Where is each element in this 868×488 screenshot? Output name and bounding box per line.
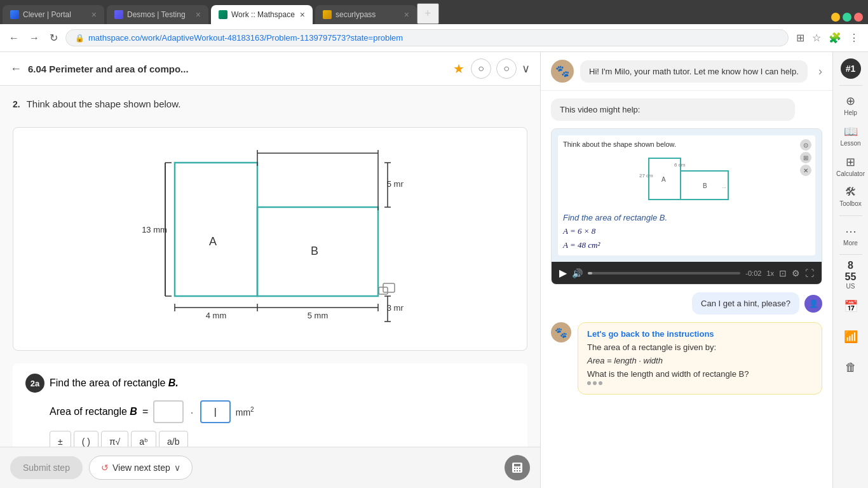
bookmark-icon[interactable]: ☆ bbox=[810, 29, 824, 46]
calendar-icon: 📅 bbox=[844, 299, 858, 313]
help-icon: ⊕ bbox=[846, 94, 855, 108]
translate-icon[interactable]: ⊞ bbox=[794, 29, 807, 46]
progress-bar[interactable] bbox=[588, 272, 740, 274]
content-back-button[interactable]: ← bbox=[10, 62, 22, 76]
answer-label: Area of rectangle B bbox=[50, 406, 137, 417]
svg-text:13 mm: 13 mm bbox=[142, 225, 167, 234]
svg-text:4 mm: 4 mm bbox=[206, 311, 227, 320]
bot-formula: Area = length · width bbox=[587, 356, 813, 365]
video-shape-mini: A B 27 cm 6 cm ... bbox=[563, 152, 810, 209]
volume-button[interactable]: 🔊 bbox=[572, 268, 583, 278]
settings-button[interactable]: ⚙ bbox=[792, 268, 800, 278]
unit-label: mm2 bbox=[236, 406, 254, 417]
svg-text:27 cm: 27 cm bbox=[639, 173, 653, 179]
calculator-label: Calculator bbox=[836, 170, 865, 177]
help-button[interactable]: ⊕ Help bbox=[837, 91, 865, 119]
tutor-chevron[interactable]: › bbox=[818, 65, 822, 78]
forward-button[interactable]: → bbox=[27, 30, 42, 46]
problem-number: 2. bbox=[13, 99, 20, 109]
video-title: Think about the shape shown below. bbox=[563, 140, 810, 148]
tab-desmos[interactable]: Desmos | Testing × bbox=[107, 5, 208, 24]
extension-icon[interactable]: 🧩 bbox=[826, 29, 844, 46]
submit-step-button[interactable]: Submit step bbox=[10, 456, 83, 479]
answer-box-1[interactable] bbox=[153, 400, 184, 423]
content-header: ← 6.04 Perimeter and area of compo... ★ … bbox=[0, 52, 540, 86]
more-button[interactable]: ⋯ More bbox=[837, 221, 865, 249]
video-overlay-icons: ⊙ ⊞ ✕ bbox=[800, 139, 811, 176]
toolbox-label: Toolbox bbox=[839, 200, 861, 207]
menu-icon[interactable]: ⋮ bbox=[846, 29, 862, 46]
dot-1 bbox=[587, 381, 591, 385]
bot-link[interactable]: Let's go back to the instructions bbox=[587, 329, 714, 339]
trash-icon: 🗑 bbox=[845, 361, 857, 374]
math-btn-plusminus[interactable]: ± bbox=[50, 431, 71, 447]
trash-button[interactable]: 🗑 bbox=[837, 353, 865, 381]
more-label: More bbox=[843, 240, 858, 247]
calculator-button[interactable]: ⊞ Calculator bbox=[837, 152, 865, 180]
video-icon-2[interactable]: ⊞ bbox=[800, 152, 811, 163]
back-button[interactable]: ← bbox=[6, 30, 22, 46]
tab-mathspace[interactable]: Work :: Mathspace × bbox=[211, 5, 313, 24]
tab-mathspace-close[interactable]: × bbox=[300, 10, 305, 20]
calculator-fab[interactable] bbox=[505, 455, 530, 480]
dot-2 bbox=[593, 381, 597, 385]
header-chevron[interactable]: ∨ bbox=[522, 62, 530, 76]
hash-label: #1 bbox=[846, 64, 856, 74]
tab-clever-close[interactable]: × bbox=[92, 10, 97, 20]
tab-desmos-title: Desmos | Testing bbox=[127, 10, 192, 19]
fullscreen-button[interactable]: ⛶ bbox=[805, 268, 814, 278]
answer-box-2[interactable]: | bbox=[200, 400, 231, 423]
math-btn-fraction[interactable]: a/b bbox=[159, 431, 187, 447]
dot-3 bbox=[599, 381, 602, 385]
header-circle-btn-2[interactable]: ○ bbox=[496, 58, 517, 79]
wifi-button[interactable]: 📶 bbox=[837, 323, 865, 351]
lesson-label: Lesson bbox=[840, 140, 860, 147]
header-circle-btn-1[interactable]: ○ bbox=[471, 58, 491, 79]
lesson-button[interactable]: 📖 Lesson bbox=[837, 121, 865, 149]
sidebar-divider-3 bbox=[839, 254, 862, 255]
tab-securly-close[interactable]: × bbox=[404, 10, 409, 20]
minimize-button[interactable] bbox=[831, 13, 840, 22]
star-icon[interactable]: ★ bbox=[453, 61, 465, 76]
mathspace-favicon bbox=[219, 10, 227, 19]
svg-text:B: B bbox=[703, 182, 707, 189]
video-icon-1[interactable]: ⊙ bbox=[800, 139, 811, 151]
new-tab-button[interactable]: + bbox=[417, 3, 439, 24]
maximize-button[interactable] bbox=[843, 13, 851, 22]
svg-rect-28 bbox=[383, 283, 395, 292]
right-sidebar: #1 ⊕ Help 📖 Lesson ⊞ Calculator 🛠 Toolbo… bbox=[832, 52, 868, 488]
question-text: Find the area of rectangle B. bbox=[50, 377, 179, 389]
lesson-title: 6.04 Perimeter and area of compo... bbox=[28, 64, 447, 74]
tab-mathspace-title: Work :: Mathspace bbox=[231, 10, 296, 19]
url-bar[interactable]: 🔒 mathspace.co/work/AdaptiveWorkout-4818… bbox=[65, 29, 789, 46]
sidebar-number-top: 8 55 US bbox=[845, 260, 857, 290]
math-btn-parens[interactable]: ( ) bbox=[74, 431, 98, 447]
calendar-button[interactable]: 📅 bbox=[837, 292, 865, 320]
tab-desmos-close[interactable]: × bbox=[196, 10, 201, 20]
subtitles-button[interactable]: ⊡ bbox=[779, 268, 787, 278]
svg-rect-0 bbox=[175, 163, 257, 296]
tab-clever[interactable]: Clever | Portal × bbox=[3, 5, 104, 24]
tab-securly-title: securlypass bbox=[336, 10, 400, 19]
video-icon-3[interactable]: ✕ bbox=[800, 165, 811, 176]
close-button[interactable] bbox=[854, 13, 863, 22]
view-next-step-button[interactable]: ↺ View next step ∨ bbox=[89, 456, 193, 480]
video-controls: ▶ 🔊 -0:02 1x ⊡ ⚙ ⛶ bbox=[552, 262, 822, 284]
sidebar-divider-1 bbox=[839, 85, 862, 86]
hash-badge[interactable]: #1 bbox=[841, 58, 861, 79]
speed-button[interactable]: 1x bbox=[766, 269, 774, 277]
tab-securly[interactable]: securlypass × bbox=[315, 5, 417, 24]
play-button[interactable]: ▶ bbox=[559, 267, 567, 279]
svg-text:A: A bbox=[209, 235, 217, 248]
user-message: Can I get a hint, please? 👤 bbox=[692, 292, 822, 315]
video-formula-area2: A = 48 cm² bbox=[563, 240, 810, 250]
toolbox-button[interactable]: 🛠 Toolbox bbox=[837, 182, 865, 210]
view-next-label: View next step bbox=[112, 463, 170, 473]
refresh-button[interactable]: ↻ bbox=[47, 29, 60, 46]
math-btn-pi-sqrt[interactable]: π√ bbox=[101, 431, 128, 447]
svg-text:3 mm: 3 mm bbox=[387, 303, 403, 313]
view-next-icon: ↺ bbox=[101, 463, 109, 473]
video-formula-line1: Find the area of rectangle B. bbox=[563, 213, 810, 222]
math-btn-power[interactable]: aᵇ bbox=[131, 431, 156, 447]
desmos-favicon bbox=[114, 10, 123, 19]
